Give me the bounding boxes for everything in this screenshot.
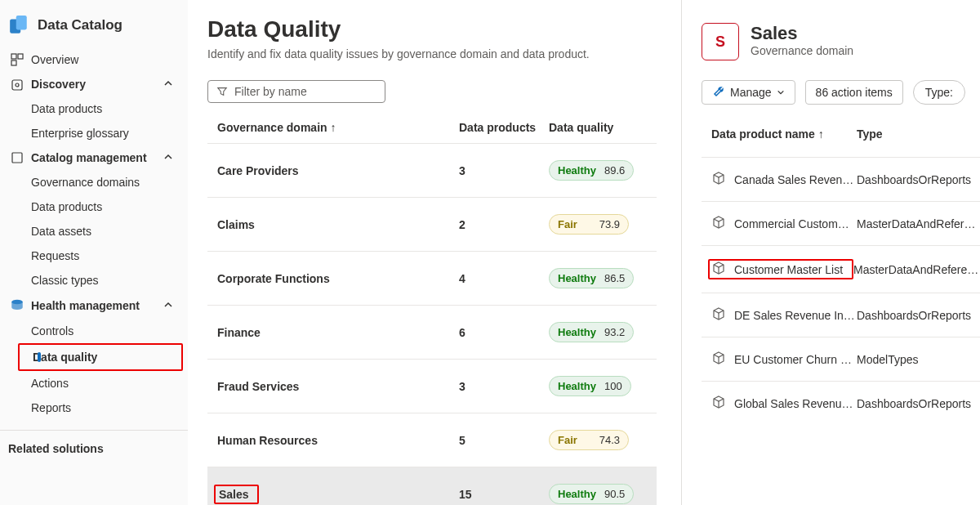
package-icon — [711, 351, 726, 368]
quality-badge: Healthy 100 — [549, 376, 631, 396]
dp-type: ModelTypes — [857, 353, 918, 366]
domain-row[interactable]: Claims 2 Fair 73.9 — [207, 197, 657, 251]
sort-up-icon: ↑ — [818, 127, 824, 141]
data-product-row[interactable]: Global Sales Revenu… DashboardsOrReports — [702, 381, 980, 425]
nav-actions[interactable]: Actions — [0, 371, 188, 396]
domain-products: 5 — [459, 434, 549, 447]
domain-products: 6 — [459, 326, 549, 339]
data-product-row[interactable]: Canada Sales Reven… DashboardsOrReports — [702, 157, 980, 201]
detail-title: Sales — [751, 23, 853, 44]
nav-data-quality[interactable]: Data quality — [20, 345, 181, 369]
domain-products: 15 — [459, 488, 549, 501]
types-pill[interactable]: Type: — [913, 80, 965, 105]
grid-icon — [8, 53, 26, 66]
nav-controls[interactable]: Controls — [0, 319, 188, 343]
nav-health-management[interactable]: Health management — [0, 293, 188, 319]
svg-rect-2 — [11, 54, 16, 59]
manage-button[interactable]: Manage — [702, 80, 795, 105]
quality-status: Fair — [558, 218, 577, 230]
chevron-up-icon — [163, 78, 173, 91]
quality-score: 86.5 — [604, 272, 625, 284]
svg-rect-1 — [16, 16, 27, 29]
brand: Data Catalog — [0, 15, 188, 36]
dp-name: Canada Sales Reven… — [734, 173, 857, 186]
discovery-icon — [8, 78, 26, 91]
data-product-row[interactable]: DE Sales Revenue In… DashboardsOrReports — [702, 293, 980, 337]
data-product-row[interactable]: Customer Master List MasterDataAndRefere… — [702, 245, 980, 293]
dp-type: DashboardsOrReports — [857, 309, 971, 322]
quality-score: 90.5 — [604, 488, 625, 500]
quality-badge: Healthy 89.6 — [549, 160, 634, 181]
domain-row[interactable]: Sales 15 Healthy 90.5 — [207, 467, 657, 505]
dp-col-type[interactable]: Type — [857, 127, 883, 141]
svg-rect-7 — [12, 153, 22, 163]
svg-rect-3 — [18, 54, 23, 59]
col-quality-header[interactable]: Data quality — [549, 121, 647, 134]
nav-data-assets[interactable]: Data assets — [0, 219, 188, 244]
domain-row[interactable]: Care Providers 3 Healthy 89.6 — [207, 143, 657, 197]
quality-badge: Healthy 86.5 — [549, 268, 634, 288]
domain-name: Fraud Services — [217, 380, 459, 393]
health-icon — [8, 298, 26, 313]
sidebar: Data Catalog Overview Discovery Data pro… — [0, 0, 188, 505]
quality-badge: Fair 73.9 — [549, 214, 629, 235]
domain-name: Corporate Functions — [217, 272, 459, 285]
nav-catalog-management[interactable]: Catalog management — [0, 145, 188, 170]
domain-row[interactable]: Corporate Functions 4 Healthy 86.5 — [207, 251, 657, 305]
domain-row[interactable]: Finance 6 Healthy 93.2 — [207, 305, 657, 359]
quality-badge: Fair 74.3 — [549, 430, 629, 450]
domain-name: Human Resources — [217, 434, 459, 447]
dp-col-name[interactable]: Data product name ↑ — [711, 127, 857, 141]
quality-badge: Healthy 90.5 — [549, 484, 634, 504]
quality-badge: Healthy 93.2 — [549, 322, 634, 342]
nav-governance-domains[interactable]: Governance domains — [0, 170, 188, 194]
nav-discovery[interactable]: Discovery — [0, 72, 188, 96]
filter-placeholder: Filter by name — [234, 85, 307, 98]
domain-row[interactable]: Human Resources 5 Fair 74.3 — [207, 413, 657, 467]
related-solutions[interactable]: Related solutions — [0, 430, 188, 455]
package-icon — [711, 215, 726, 232]
nav-discovery-data-products[interactable]: Data products — [0, 96, 188, 121]
package-icon — [711, 261, 726, 278]
dp-type: MasterDataAndReferen… — [853, 263, 980, 276]
domain-row[interactable]: Fraud Services 3 Healthy 100 — [207, 359, 657, 413]
quality-status: Healthy — [558, 164, 596, 177]
col-domain-header[interactable]: Governance domain ↑ — [217, 121, 459, 134]
action-items-button[interactable]: 86 action items — [805, 80, 903, 105]
domain-products: 3 — [459, 380, 549, 393]
nav-reports[interactable]: Reports — [0, 396, 188, 420]
dp-type: DashboardsOrReports — [857, 173, 971, 186]
page-subtitle: Identify and fix data quality issues by … — [207, 47, 657, 60]
quality-score: 93.2 — [604, 326, 625, 338]
filter-input[interactable]: Filter by name — [207, 80, 385, 103]
nav-overview[interactable]: Overview — [0, 47, 188, 72]
quality-score: 74.3 — [599, 434, 620, 446]
detail-panel: S Sales Governance domain Manage 86 acti… — [682, 0, 980, 505]
detail-subtitle: Governance domain — [751, 44, 853, 57]
main-content: Data Quality Identify and fix data quali… — [188, 0, 682, 505]
quality-score: 73.9 — [599, 218, 620, 230]
domain-products: 4 — [459, 272, 549, 285]
chevron-up-icon — [163, 299, 173, 312]
nav-requests[interactable]: Requests — [0, 244, 188, 268]
nav-data-products-2[interactable]: Data products — [0, 194, 188, 219]
domain-name: Sales — [217, 486, 459, 503]
dp-name: Global Sales Revenu… — [734, 397, 857, 410]
domain-name: Care Providers — [217, 164, 459, 177]
data-product-row[interactable]: EU Customer Churn … ModelTypes — [702, 337, 980, 381]
dp-name: EU Customer Churn … — [734, 353, 857, 366]
page-title: Data Quality — [207, 16, 657, 42]
nav-discovery-glossary[interactable]: Enterprise glossary — [0, 121, 188, 145]
nav-classic-types[interactable]: Classic types — [0, 268, 188, 293]
catalog-icon — [8, 151, 26, 164]
domain-name: Claims — [217, 218, 459, 231]
dp-type: MasterDataAndReferen… — [857, 217, 980, 230]
svg-rect-5 — [12, 80, 22, 90]
wrench-icon — [712, 86, 725, 99]
dp-header: Data product name ↑ Type — [702, 127, 980, 157]
dp-type: DashboardsOrReports — [857, 397, 971, 410]
col-products-header[interactable]: Data products — [459, 121, 549, 134]
dp-name: Commercial Custom… — [734, 217, 857, 230]
data-product-row[interactable]: Commercial Custom… MasterDataAndReferen… — [702, 201, 980, 245]
quality-status: Healthy — [558, 272, 596, 284]
